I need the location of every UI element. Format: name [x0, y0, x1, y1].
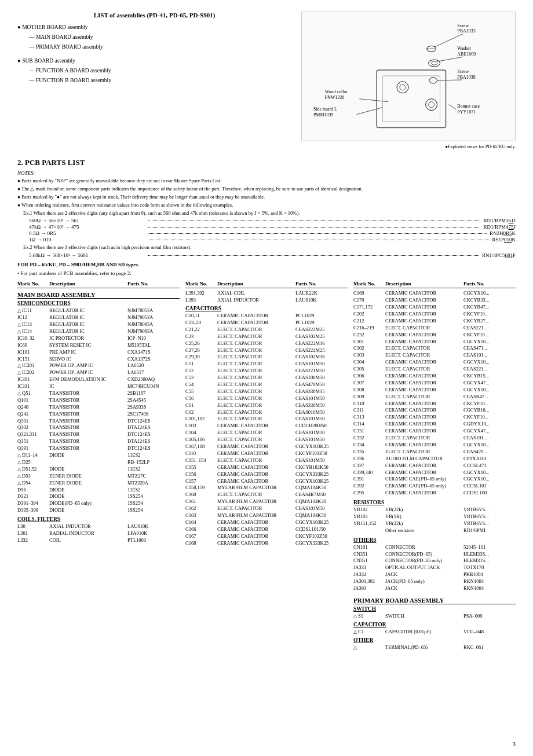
list-item: C391 CERAMIC CAP.(PD–65 only) CGCYX10... — [353, 476, 516, 483]
capacitor-title2: CAPACITOR — [353, 622, 516, 627]
part-mark: C314 — [353, 421, 385, 428]
resistors-title: RESISTORS — [353, 500, 516, 505]
list-item: Q101 TRANSISTOR 2SA4545 — [17, 397, 180, 404]
part-no: CEAS101... — [463, 435, 516, 442]
part-no: 1SS254 — [127, 507, 180, 514]
part-desc: CERAMIC CAPACITOR — [217, 313, 295, 320]
part-desc: DIODE(PD–65 only) — [49, 500, 127, 507]
part-no: CEAS102M16 — [295, 354, 348, 361]
part-no: CEAS470... — [463, 449, 516, 456]
part-mark: C392 — [353, 483, 385, 490]
part-desc: TRANSISTOR — [49, 411, 127, 418]
part-mark: C54 — [185, 381, 217, 388]
part-mark: △IC202 — [17, 369, 49, 376]
part-mark: JA301,302 — [353, 578, 385, 585]
part-no: CKCYB15... — [463, 373, 516, 380]
list-item: C171,172 CERAMIC CAPACITOR CKCYB47... — [353, 304, 516, 311]
part-mark: △IC201 — [17, 362, 49, 369]
part-desc: CERAMIC CAPACITOR — [385, 359, 463, 366]
list-item: C336 AUDIO FILM CAPACITOR CPTXA101 — [353, 456, 516, 463]
pcb-parts-list-section: 2. PCB PARTS LIST NOTES: ● Parts marked … — [17, 158, 516, 276]
svg-point-13 — [429, 78, 437, 83]
exploded-view-area: Screw PBA1033 Washer ABE1009 Screw PBA10… — [301, 12, 516, 149]
list-item: C21,22 ELECT. CAPACITOR CEAS222M25 — [185, 326, 348, 333]
part-desc: ELECT. CAPACITOR — [217, 436, 295, 443]
parts-columns: Mark No. Description Parts No. MAIN BOAR… — [17, 281, 516, 651]
part-mark: △S1 — [353, 613, 385, 620]
svg-line-28 — [449, 105, 457, 109]
part-mark: JA393 — [353, 585, 385, 592]
part-no: CEAS010M50 — [295, 409, 348, 416]
part-no: CQMA104K50 — [295, 485, 348, 491]
list-item: VR102 VR(22k) VRTB6VS... — [353, 507, 516, 513]
list-item: D56 DIODE 11ES2 — [17, 487, 180, 494]
part-no: 2SC1740S — [127, 411, 180, 418]
part-no: 11ES2 — [127, 466, 180, 473]
part-mark: C27,28 — [185, 347, 217, 354]
list-item: C158,159 MYLAR FILM CAPACITOR CQMA104K50 — [185, 485, 348, 491]
part-mark: C25,26 — [185, 340, 217, 347]
left-parts-col: Mark No. Description Parts No. MAIN BOAR… — [17, 281, 180, 651]
function-a: — FUNCTION A BOARD assembly — [29, 67, 291, 75]
part-no: CEAS101... — [463, 352, 516, 359]
part-desc: JACK(PD–65 only) — [385, 578, 463, 585]
part-desc: CERAMIC CAPACITOR — [385, 304, 463, 311]
list-item: C55 ELECT. CAPACITOR CEAS330M35 — [185, 388, 348, 395]
part-mark: C10,11 — [185, 313, 217, 320]
part-desc: REGULATOR IC — [49, 307, 127, 314]
sub-board: ● SUB BOARD assembly — [17, 57, 291, 65]
part-desc: CERAMIC CAPACITOR — [385, 373, 463, 380]
part-desc: CERAMIC CAPACITOR — [385, 442, 463, 449]
part-no: CGCYX103K25 — [295, 519, 348, 526]
part-mark: C332 — [353, 435, 385, 442]
part-no: 2SA933S — [127, 404, 180, 411]
formula-result-3: RN2H0R5K — [490, 230, 516, 236]
part-mark: C336 — [353, 456, 385, 463]
part-desc: ELECT. CAPACITOR — [217, 491, 295, 498]
part-desc: MYLAR FILM CAPACITOR — [217, 498, 295, 505]
list-item: C332 ELECT. CAPACITOR CEAS101... — [353, 435, 516, 442]
part-mark: C166 — [185, 526, 217, 533]
part-no: CGCYX47... — [463, 428, 516, 435]
part-no: CXA1372S — [127, 356, 180, 363]
col-header-right: Mark No. Description Parts No. — [353, 281, 516, 288]
list-item: C303 ELECT. CAPACITOR CEAS101... — [353, 352, 516, 359]
part-desc: TRANSISTOR — [49, 404, 127, 411]
part-desc: ELECT. CAPACITOR — [217, 505, 295, 512]
part-no: CKCYF103Z50 — [295, 533, 348, 540]
part-mark: IC301 — [17, 376, 49, 383]
list-item: C301 CERAMIC CAPACITOR CGCYX10... — [353, 339, 516, 346]
list-item: C307 CERAMIC CAPACITOR CGCYX47... — [353, 380, 516, 387]
list-item: C339,340 CERAMIC CAPACITOR CGCYX10... — [353, 469, 516, 476]
part-no: CGDYX10... — [463, 421, 516, 428]
part-no: CEASR47... — [463, 394, 516, 401]
list-item: C164 CERAMIC CAPACITOR CGCYX103K25 — [185, 519, 348, 526]
part-desc: TRANSISTOR — [49, 397, 127, 404]
part-desc: ZENER DIODE — [49, 473, 127, 480]
part-desc: ELECT. CAPACITOR — [217, 347, 295, 354]
svg-point-22 — [397, 82, 408, 93]
part-no: CKCYB47... — [463, 304, 516, 311]
part-desc: CERAMIC CAPACITOR — [385, 428, 463, 435]
part-mark: VR103 — [353, 513, 385, 520]
part-mark: IC101 — [17, 349, 49, 356]
part-no: CGCYX333K25 — [295, 471, 348, 478]
svg-text:ABE1009: ABE1009 — [458, 52, 476, 57]
part-no: 11ES2 — [127, 487, 180, 494]
part-desc: SERVO IC — [49, 356, 127, 363]
part-no: CKCYF10... — [463, 414, 516, 421]
part-no: CGCYB10... — [463, 407, 516, 414]
part-no: CKCYF10... — [463, 332, 516, 339]
part-no: RB–152LP — [127, 459, 180, 466]
part-mark: C334 — [353, 442, 385, 449]
part-desc: ELECT. CAPACITOR — [217, 430, 295, 436]
part-desc: ELECT. CAPACITOR — [217, 416, 295, 423]
part-mark: D56 — [17, 487, 49, 494]
part-desc: ELECT. CAPACITOR — [217, 340, 295, 347]
dots-4 — [148, 240, 489, 240]
part-mark: L393 — [185, 297, 217, 304]
part-no: CQMA104K50 — [295, 512, 348, 519]
part-no: CGCYX47... — [463, 380, 516, 387]
part-desc: CERAMIC CAPACITOR — [217, 450, 295, 457]
part-mark: C160 — [185, 491, 217, 498]
